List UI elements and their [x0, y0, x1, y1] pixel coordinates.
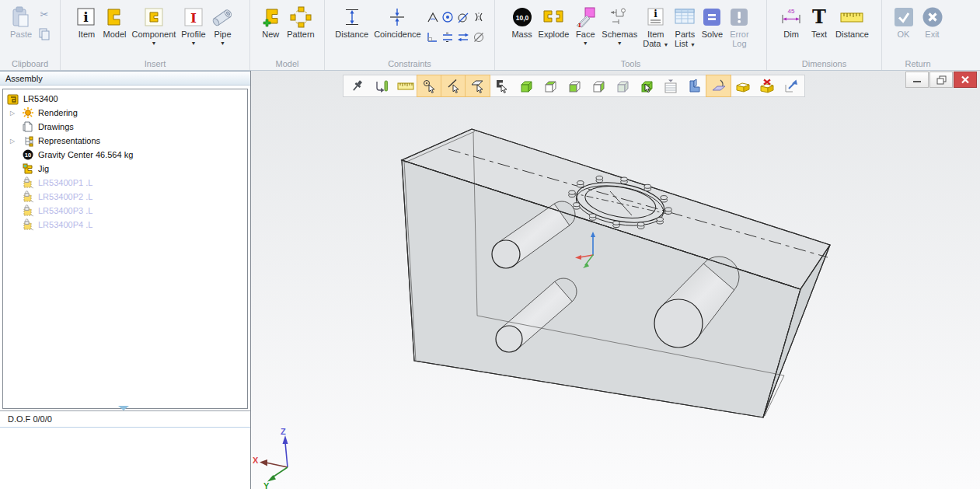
close-button[interactable] [954, 72, 977, 88]
face-button[interactable]: I Face ▼ [572, 2, 598, 46]
item-data-button[interactable]: i Item Data ▼ [640, 2, 671, 50]
tree-item-part2[interactable]: LR53400P2 .L [3, 190, 247, 204]
cut-button[interactable]: ✂ [36, 7, 53, 21]
tangent-constraint-button[interactable] [455, 7, 471, 27]
svg-text:10,0: 10,0 [515, 13, 528, 21]
symmetry-constraint-button[interactable] [471, 7, 487, 27]
face-dropdown-arrow[interactable]: ▼ [583, 40, 588, 46]
item-data-dropdown-arrow[interactable]: ▼ [664, 42, 669, 47]
box-open-icon [735, 79, 751, 94]
select-point-button[interactable] [417, 75, 441, 96]
tree-item-part1[interactable]: LR53400P1 .L [3, 176, 247, 190]
parallel-constraint-icon [456, 30, 470, 44]
cube-right-face-button[interactable] [586, 75, 610, 96]
parts-list-icon [674, 7, 696, 27]
cube-iso-green-button[interactable] [514, 75, 538, 96]
box-delete-button[interactable] [755, 75, 779, 96]
sketch-plane-icon [711, 79, 727, 94]
select-face-button[interactable] [466, 75, 490, 96]
copy-button[interactable] [36, 27, 53, 41]
ruler-button[interactable] [393, 75, 417, 96]
exit-x-icon [921, 5, 944, 29]
explode-button[interactable]: Explode [536, 2, 572, 40]
parts-list-dropdown-arrow[interactable]: ▼ [690, 42, 696, 47]
fix-constraint-button[interactable] [471, 27, 487, 47]
pipe-button[interactable]: Pipe ▼ [209, 2, 237, 46]
select-component-button[interactable] [490, 75, 514, 96]
solve-button[interactable]: Solve [699, 2, 725, 40]
cube-top-face-button[interactable] [538, 75, 562, 96]
item-button[interactable]: i Item [73, 2, 99, 40]
export-view-button[interactable] [779, 75, 803, 96]
expand-arrow-icon[interactable]: ▷ [10, 110, 22, 117]
cube-select-icon [639, 79, 654, 94]
schemas-button[interactable]: Schemas ▼ [599, 2, 640, 46]
minimize-button[interactable] [905, 72, 929, 88]
assembly-panel: Assembly LR53400 ▷ Rendering [0, 71, 251, 489]
tree-item-jig[interactable]: Jig [3, 162, 247, 176]
distance-dim-button[interactable]: Distance [833, 2, 871, 40]
cube-left-face-button[interactable] [562, 75, 586, 96]
component-button[interactable]: Component ▼ [129, 2, 178, 46]
panel-title: Assembly [0, 71, 250, 86]
text-icon: T [809, 6, 829, 28]
profile-button[interactable]: I Profile ▼ [179, 2, 208, 46]
pattern-button[interactable]: Pattern [284, 2, 316, 40]
ribbon-group-tools: 10,0 Mass Explode I Face ▼ [495, 0, 767, 70]
expand-arrow-icon[interactable]: ▷ [10, 138, 22, 145]
symmetry-constraint-icon [472, 10, 486, 24]
angle-constraint-button[interactable] [424, 7, 440, 27]
text-button[interactable]: T Text [806, 2, 832, 40]
window-controls [905, 72, 977, 88]
parallel-constraint-button[interactable] [455, 27, 471, 47]
coincidence-constraint-button[interactable]: Coincidence [371, 2, 424, 40]
dim-button[interactable]: 45 Dim [777, 2, 805, 40]
angle-constraint-icon [425, 10, 439, 24]
tree-item-gravity-center[interactable]: 10 Gravity Center 46.564 kg [3, 148, 247, 162]
cube-shaded-button[interactable] [610, 75, 634, 96]
error-log-button[interactable]: Error Log [726, 2, 752, 48]
ribbon-group-model: New Pattern Model [250, 0, 325, 70]
display-list-button[interactable] [658, 75, 682, 96]
profile-view-button[interactable] [682, 75, 706, 96]
export-view-icon [783, 79, 799, 94]
coincidence-constraint-icon [387, 7, 407, 27]
tree-item-drawings[interactable]: Drawings [3, 120, 247, 134]
equal-constraint-button[interactable] [440, 27, 455, 47]
exit-button[interactable]: Exit [919, 2, 947, 40]
distance-constraint-button[interactable]: Distance [333, 2, 371, 40]
concentric-constraint-button[interactable] [440, 7, 455, 27]
sketch-plane-button[interactable] [706, 75, 731, 96]
restore-button[interactable] [929, 72, 953, 88]
measure-update-button[interactable] [369, 75, 393, 96]
ribbon-group-dimensions: 45 Dim T Text Distance Dimensions [767, 0, 882, 70]
perpendicular-constraint-button[interactable] [424, 27, 440, 47]
schemas-dropdown-arrow[interactable]: ▼ [617, 40, 623, 46]
pipe-dropdown-arrow[interactable]: ▼ [220, 40, 225, 46]
tree-item-root[interactable]: LR53400 [3, 92, 247, 106]
pin-button[interactable] [345, 75, 369, 96]
tree-item-part3[interactable]: LR53400P3 .L [3, 204, 247, 218]
parts-list-button[interactable]: Parts List ▼ [671, 2, 698, 50]
box-open-button[interactable] [731, 75, 755, 96]
select-point-icon [422, 79, 438, 94]
cube-select-button[interactable] [634, 75, 658, 96]
profile-dropdown-arrow[interactable]: ▼ [190, 40, 196, 46]
tree-item-rendering[interactable]: ▷ Rendering [3, 106, 247, 120]
tree-item-part4[interactable]: LR53400P4 .L [3, 218, 247, 232]
ok-button[interactable]: OK [890, 2, 918, 40]
tree-item-representations[interactable]: ▷ Representations [3, 134, 247, 148]
x-axis-label: X [253, 456, 259, 465]
tangent-constraint-icon [456, 10, 470, 24]
select-edge-button[interactable] [441, 75, 466, 96]
model-icon [104, 7, 124, 27]
new-button[interactable]: New [257, 2, 284, 40]
3d-viewport[interactable]: Z X Y [251, 71, 980, 489]
mass-button[interactable]: 10,0 Mass [509, 2, 535, 40]
viewport-toolbar [343, 75, 805, 97]
paste-button[interactable]: Paste [7, 2, 35, 40]
component-dropdown-arrow[interactable]: ▼ [151, 40, 156, 46]
ribbon-group-insert: i Item Model Component ▼ I Profile [61, 0, 250, 70]
model-button[interactable]: Model [100, 2, 128, 40]
copy-icon [38, 28, 51, 40]
